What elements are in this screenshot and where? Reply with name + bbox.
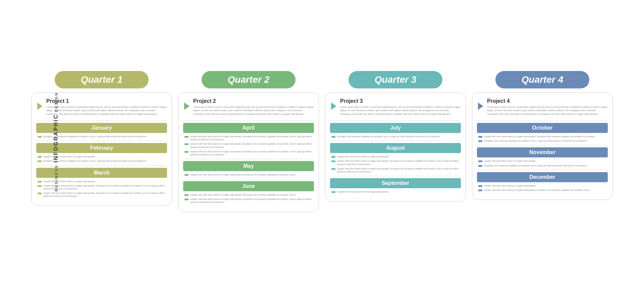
- project-title-q4: Project 4: [487, 98, 608, 104]
- quarter-card-q1: Project 1Lorem ipsum dolor sit amet, con…: [31, 92, 172, 206]
- divider-q3-0: [330, 141, 461, 141]
- month-bar-q4-1: November: [477, 147, 608, 157]
- bullet-rect-q1-0-0: [38, 136, 42, 138]
- bullet-rect-q4-0-1: [478, 140, 482, 142]
- arrow-shape-q1: [37, 102, 43, 110]
- bullet-line-q2-0-0: volupte velit esse cillum dolore eu fugi…: [184, 135, 313, 141]
- bullet-line-q2-2-1: volupte velit esse cillum dolore eu fugi…: [184, 198, 313, 204]
- bullet-text-q4-1-1: Excepteur sint occaecat cupidatat non pr…: [484, 164, 588, 167]
- bullet-text-q3-1-0: volupte velit esse cillum dolore eu fugi…: [337, 155, 389, 158]
- bullet-rect-q3-1-0: [331, 156, 335, 158]
- bullet-rect-q1-2-0: [38, 181, 42, 183]
- month-section-q3-1: Augustvolupte velit esse cillum dolore e…: [330, 143, 461, 173]
- bullet-lines-q4-2: volupte velit esse cillum dolore eu fugi…: [477, 184, 608, 192]
- month-bar-q2-2: June: [183, 181, 314, 191]
- divider-q4-1: [477, 170, 608, 170]
- month-section-q3-0: JulyExcepteur sint occaecat cupidatat no…: [330, 123, 461, 138]
- bullet-rect-q2-2-1: [184, 199, 189, 200]
- divider-q2-0: [183, 159, 314, 159]
- month-section-q3-2: Septembervolupte velit esse cillum dolor…: [330, 178, 461, 193]
- project-arrow-q1: [36, 99, 44, 114]
- bullet-line-q4-1-1: Excepteur sint occaecat cupidatat non pr…: [478, 164, 606, 167]
- bullet-line-q4-1-0: volupte velit esse cillum dolore eu fugi…: [478, 159, 606, 162]
- project-arrow-q3: [330, 99, 337, 114]
- quarter-col-q2: Quarter 2Project 2Lorem ipsum dolor sit …: [178, 71, 319, 212]
- bullet-rect-q3-1-2: [331, 168, 335, 170]
- month-section-q2-0: Aprilvolupte velit esse cillum dolore eu…: [183, 123, 314, 156]
- bullet-lines-q3-0: Excepteur sint occaecat cupidatat non pr…: [330, 135, 461, 138]
- bullet-text-q2-0-1: volupte velit esse cillum dolore eu fugi…: [190, 142, 313, 148]
- bullet-rect-q4-0-0: [478, 136, 482, 138]
- quarter-header-q1: Quarter 1: [55, 71, 149, 88]
- divider-q4-0: [477, 145, 608, 145]
- bullet-line-q3-1-0: volupte velit esse cillum dolore eu fugi…: [331, 155, 460, 158]
- bullet-rect-q4-1-0: [478, 160, 482, 162]
- bullet-rect-q1-2-1: [38, 185, 42, 187]
- bullet-lines-q2-2: volupte velit esse cillum dolore eu fugi…: [183, 193, 314, 204]
- bullet-line-q2-0-1: volupte velit esse cillum dolore eu fugi…: [184, 142, 313, 148]
- quarter-col-q3: Quarter 3Project 3Lorem ipsum dolor sit …: [325, 71, 466, 202]
- bullet-text-q2-2-1: volupte velit esse cillum dolore eu fugi…: [190, 198, 313, 204]
- project-text-q2: Lorem ipsum dolor sit amet, consectetur …: [193, 105, 314, 116]
- bullet-text-q4-2-0: volupte velit esse cillum dolore eu fugi…: [484, 184, 536, 187]
- month-bar-q2-0: April: [183, 123, 314, 133]
- project-content-q3: Project 3Lorem ipsum dolor sit amet, con…: [340, 98, 461, 116]
- bullet-rect-q1-1-0: [38, 156, 42, 158]
- bullet-line-q3-0-0: Excepteur sint occaecat cupidatat non pr…: [331, 135, 460, 138]
- bullet-line-q4-2-0: volupte velit esse cillum dolore eu fugi…: [478, 184, 606, 187]
- bullet-lines-q3-1: volupte velit esse cillum dolore eu fugi…: [330, 155, 461, 173]
- bullet-rect-q3-1-1: [331, 160, 335, 162]
- quarter-card-q3: Project 3Lorem ipsum dolor sit amet, con…: [325, 92, 466, 202]
- side-label-design: DESIGN: [54, 92, 58, 112]
- bullet-line-q3-1-1: volupte velit esse cillum dolore eu fugi…: [331, 159, 460, 165]
- side-label-infographic: INFOGRAPHIC: [53, 114, 59, 162]
- divider-q2-1: [183, 179, 314, 179]
- month-section-q4-2: Decembervolupte velit esse cillum dolore…: [477, 172, 608, 192]
- bullet-line-q4-0-1: Excepteur sint occaecat cupidatat non pr…: [478, 139, 606, 142]
- bullet-text-q2-2-0: volupte velit esse cillum dolore eu fugi…: [190, 193, 296, 196]
- divider-top-q3: [330, 121, 461, 121]
- divider-top-q4: [477, 121, 608, 121]
- bullet-rect-q2-0-0: [184, 136, 189, 138]
- quarters-container: Quarter 1Project 1Lorem ipsum dolor sit …: [11, 64, 633, 219]
- project-text-q1: Lorem ipsum dolor sit amet, consectetur …: [46, 105, 167, 116]
- divider-top-q2: [183, 121, 314, 121]
- month-section-q4-0: Octobervolupte velit esse cillum dolore …: [477, 123, 608, 142]
- bullet-rect-q2-2-0: [184, 194, 189, 196]
- bullet-text-q2-0-0: volupte velit esse cillum dolore eu fugi…: [190, 135, 313, 141]
- quarter-header-q2: Quarter 2: [202, 71, 296, 88]
- bullet-text-q4-1-0: volupte velit esse cillum dolore eu fugi…: [484, 159, 536, 162]
- quarter-col-q4: Quarter 4Project 4Lorem ipsum dolor sit …: [472, 71, 613, 200]
- divider-q3-1: [330, 176, 461, 176]
- bullet-lines-q2-1: volupte velit esse cillum dolore eu fugi…: [183, 173, 314, 176]
- bullet-text-q4-2-1: volupte velit esse cillum dolore eu fugi…: [484, 189, 590, 192]
- bullet-rect-q2-0-1: [184, 143, 189, 145]
- bullet-text-q4-0-1: Excepteur sint occaecat cupidatat non pr…: [484, 139, 588, 142]
- bullet-rect-q4-2-1: [478, 190, 482, 191]
- bullet-rect-q3-0-0: [331, 136, 335, 138]
- bullet-rect-q2-1-0: [184, 174, 189, 176]
- bullet-lines-q2-0: volupte velit esse cillum dolore eu fugi…: [183, 135, 314, 156]
- bullet-line-q3-2-0: volupte velit esse cillum dolore eu fugi…: [331, 190, 460, 193]
- bullet-line-q2-2-0: volupte velit esse cillum dolore eu fugi…: [184, 193, 313, 196]
- bullet-text-q4-0-0: volupte velit esse cillum dolore eu fugi…: [484, 135, 595, 138]
- month-bar-q3-1: August: [330, 143, 461, 153]
- arrow-shape-q3: [331, 102, 336, 110]
- quarter-col-q1: Quarter 1Project 1Lorem ipsum dolor sit …: [31, 71, 172, 206]
- bullet-rect-q3-2-0: [331, 191, 335, 193]
- project-content-q1: Project 1Lorem ipsum dolor sit amet, con…: [46, 98, 167, 116]
- month-section-q2-2: Junevolupte velit esse cillum dolore eu …: [183, 181, 314, 204]
- quarter-card-q4: Project 4Lorem ipsum dolor sit amet, con…: [472, 92, 613, 200]
- bullet-text-q2-1-0: volupte velit esse cillum dolore eu fugi…: [190, 173, 296, 176]
- bullet-line-q1-2-2: volupte velit esse cillum dolore eu fugi…: [38, 192, 166, 198]
- arrow-shape-q4: [478, 102, 483, 110]
- project-section-q3: Project 3Lorem ipsum dolor sit amet, con…: [330, 98, 461, 116]
- bullet-lines-q4-0: volupte velit esse cillum dolore eu fugi…: [477, 135, 608, 142]
- month-bar-q3-2: September: [330, 178, 461, 188]
- project-title-q2: Project 2: [193, 98, 314, 104]
- bullet-text-q1-2-0: volupte velit esse cillum dolore eu fugi…: [43, 180, 96, 183]
- project-title-q1: Project 1: [46, 98, 167, 104]
- bullet-text-q3-1-1: volupte velit esse cillum dolore eu fugi…: [337, 159, 460, 165]
- bullet-text-q3-1-2: volupte velit esse cillum dolore eu fugi…: [337, 167, 460, 173]
- bullet-rect-q4-1-1: [478, 165, 482, 167]
